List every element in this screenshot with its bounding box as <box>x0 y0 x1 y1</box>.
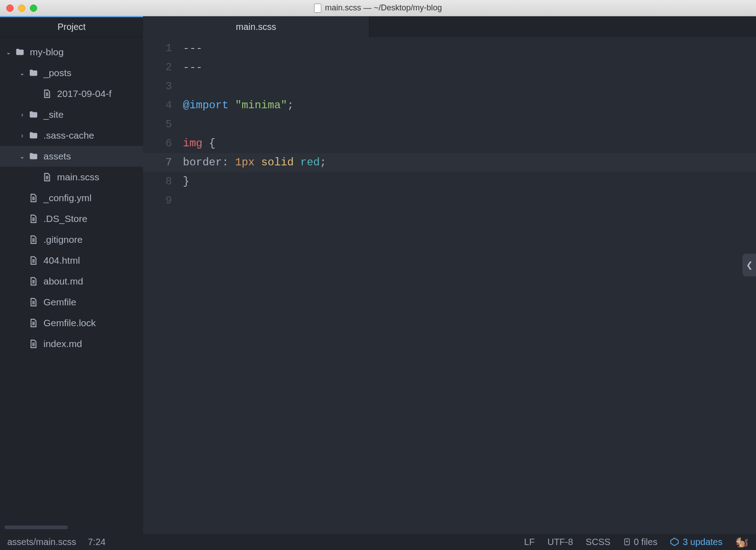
file-icon <box>28 318 39 328</box>
tree-item-label: about.md <box>43 276 83 287</box>
line-number[interactable]: 6 <box>143 134 180 153</box>
status-encoding[interactable]: UTF-8 <box>547 537 573 547</box>
tree-item-label: index.md <box>43 338 82 349</box>
folder-icon <box>28 151 39 162</box>
tree-item--ds-store[interactable]: .DS_Store <box>0 208 143 229</box>
tree-item--site[interactable]: ›_site <box>0 104 143 125</box>
code-text: --- <box>183 42 202 54</box>
folder-icon <box>28 68 39 78</box>
tree-item-2017-09-04-f[interactable]: 2017-09-04-f <box>0 83 143 104</box>
code-text <box>294 156 300 169</box>
file-icon <box>42 172 53 183</box>
line-number[interactable]: 1 <box>143 39 180 58</box>
tree-item-main-scss[interactable]: main.scss <box>0 167 143 188</box>
line-number[interactable]: 9 <box>143 191 180 210</box>
status-grammar[interactable]: SCSS <box>586 537 610 547</box>
code-area[interactable]: --- --- @import "minima"; img { border: … <box>180 37 756 534</box>
chevron-right-icon[interactable]: › <box>18 132 26 139</box>
status-bar: assets/main.scss 7:24 LF UTF-8 SCSS 0 fi… <box>0 534 756 550</box>
window-title-text: main.scss — ~/Desktop/my-blog <box>325 3 442 13</box>
folder-icon <box>28 130 39 141</box>
chevron-right-icon[interactable]: › <box>18 111 26 118</box>
code-text: { <box>202 137 215 150</box>
tree-item-404-html[interactable]: 404.html <box>0 250 143 271</box>
tree-item-index-md[interactable]: index.md <box>0 333 143 354</box>
sidebar: Project ⌄my-blog⌄_posts2017-09-04-f›_sit… <box>0 16 143 534</box>
file-tree: ⌄my-blog⌄_posts2017-09-04-f›_site›.sass-… <box>0 37 143 354</box>
code-text: } <box>183 175 189 188</box>
tree-item-gemfile-lock[interactable]: Gemfile.lock <box>0 313 143 333</box>
chevron-left-icon: ❮ <box>746 260 753 270</box>
tree-item-label: 404.html <box>43 255 80 266</box>
file-icon <box>28 193 39 203</box>
file-icon <box>42 88 53 99</box>
tree-item-label: _site <box>43 109 63 120</box>
file-icon <box>28 213 39 224</box>
code-text: : <box>222 156 235 169</box>
squirrel-icon[interactable]: 🐿️ <box>735 536 749 548</box>
editor-body[interactable]: 123456789 --- --- @import "minima"; img … <box>143 37 756 534</box>
code-text: ; <box>287 99 293 111</box>
tree-item-label: Gemfile <box>43 297 76 308</box>
code-text: "minima" <box>235 99 287 111</box>
code-text: 1px <box>235 156 254 169</box>
tree-item-label: main.scss <box>57 172 99 183</box>
code-text: border <box>183 156 222 169</box>
folder-icon <box>28 109 39 120</box>
tree-item-label: my-blog <box>30 47 64 58</box>
code-text: @import <box>183 99 229 111</box>
line-number[interactable]: 7 <box>143 153 180 172</box>
status-file-path[interactable]: assets/main.scss <box>7 537 76 547</box>
tree-item-label: _posts <box>43 68 72 78</box>
project-tab-label: Project <box>57 22 86 32</box>
project-tab[interactable]: Project <box>0 16 143 37</box>
close-window-button[interactable] <box>6 5 14 12</box>
tree-item-assets[interactable]: ⌄assets <box>0 146 143 167</box>
tree-item-label: .DS_Store <box>43 213 87 224</box>
line-number[interactable]: 3 <box>143 77 180 96</box>
status-updates[interactable]: 3 updates <box>670 537 723 547</box>
file-icon <box>28 255 39 266</box>
tree-item-label: Gemfile.lock <box>43 318 96 328</box>
tree-item-label: .gitignore <box>43 234 82 245</box>
tree-item--posts[interactable]: ⌄_posts <box>0 63 143 83</box>
code-text: ; <box>320 156 326 169</box>
file-icon <box>28 276 39 287</box>
maximize-window-button[interactable] <box>30 5 37 12</box>
window-title: main.scss — ~/Desktop/my-blog <box>314 3 442 13</box>
tree-item--gitignore[interactable]: .gitignore <box>0 229 143 250</box>
line-number[interactable]: 5 <box>143 115 180 134</box>
tree-item--config-yml[interactable]: _config.yml <box>0 188 143 208</box>
chevron-down-icon[interactable]: ⌄ <box>5 48 13 56</box>
minimize-window-button[interactable] <box>18 5 25 12</box>
tree-item-gemfile[interactable]: Gemfile <box>0 292 143 313</box>
chevron-down-icon[interactable]: ⌄ <box>18 69 26 77</box>
tab-bar: main.scss <box>143 16 756 37</box>
sidebar-scrollbar[interactable] <box>5 526 68 529</box>
editor-pane: main.scss 123456789 --- --- @import "min… <box>143 16 756 534</box>
tab-main-scss[interactable]: main.scss <box>143 16 369 37</box>
chevron-down-icon[interactable]: ⌄ <box>18 153 26 160</box>
status-git-files[interactable]: 0 files <box>623 537 657 547</box>
status-cursor-position[interactable]: 7:24 <box>88 537 105 547</box>
tree-item-label: 2017-09-04-f <box>57 88 111 99</box>
code-text <box>254 156 261 169</box>
tree-item-label: .sass-cache <box>43 130 94 141</box>
line-number[interactable]: 2 <box>143 58 180 77</box>
tree-item-my-blog[interactable]: ⌄my-blog <box>0 42 143 63</box>
file-icon <box>28 338 39 349</box>
code-text: red <box>300 156 320 169</box>
tree-item--sass-cache[interactable]: ›.sass-cache <box>0 125 143 146</box>
side-panel-toggle[interactable]: ❮ <box>742 254 756 276</box>
document-icon <box>314 4 321 13</box>
code-text: solid <box>261 156 294 169</box>
window-titlebar: main.scss — ~/Desktop/my-blog <box>0 0 756 16</box>
line-number[interactable]: 8 <box>143 172 180 191</box>
file-icon <box>28 234 39 245</box>
line-gutter: 123456789 <box>143 37 180 534</box>
line-number[interactable]: 4 <box>143 96 180 115</box>
code-text: --- <box>183 61 202 73</box>
tree-item-about-md[interactable]: about.md <box>0 271 143 292</box>
status-eol[interactable]: LF <box>524 537 535 547</box>
tab-label: main.scss <box>236 22 276 32</box>
